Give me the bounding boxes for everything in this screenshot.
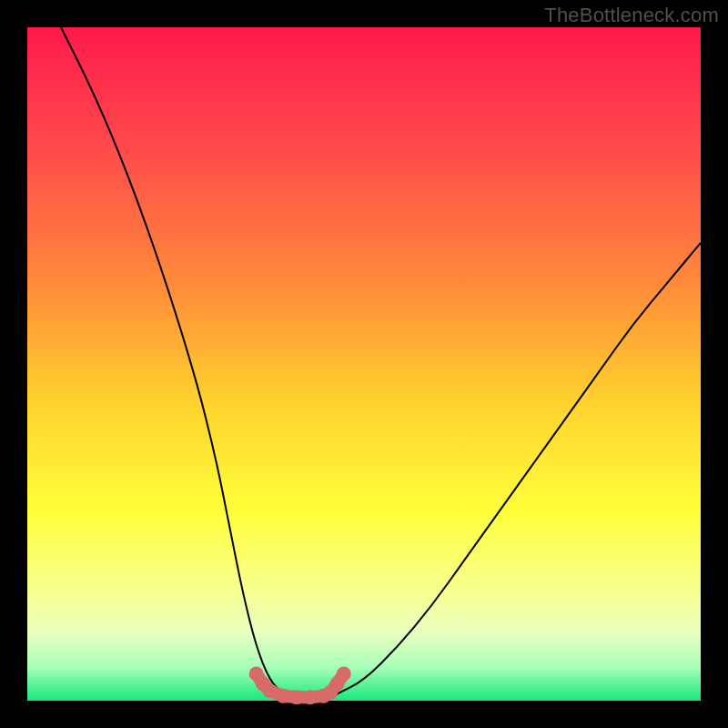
bottom-marker-dot (337, 666, 351, 681)
chart-svg (27, 27, 701, 701)
bottom-marker-dot (262, 683, 277, 698)
plot-area (27, 27, 701, 701)
watermark-text: TheBottleneck.com (544, 4, 719, 27)
bottom-marker-dot (276, 689, 290, 703)
chart-frame: TheBottleneck.com (0, 0, 728, 728)
bottleneck-curve (61, 27, 701, 701)
bottom-marker-dot (289, 690, 304, 704)
bottom-marker-dot (303, 690, 318, 704)
